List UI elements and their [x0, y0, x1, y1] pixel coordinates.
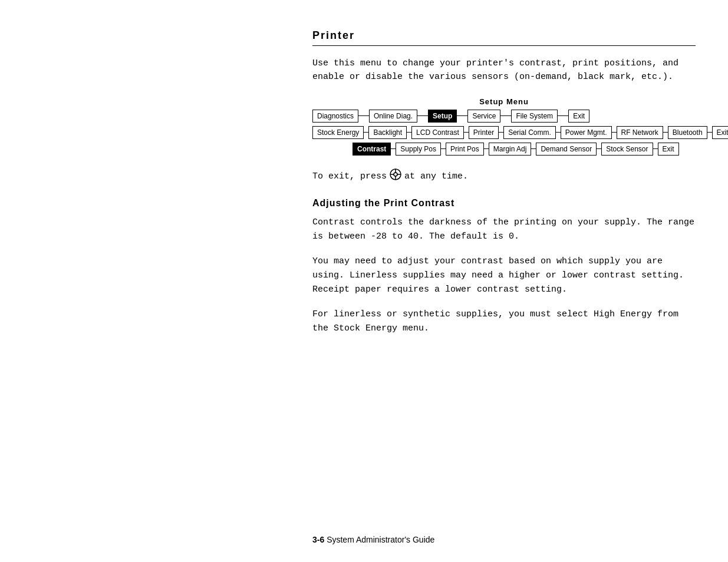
- connector: [441, 148, 446, 149]
- menu-item-file-system[interactable]: File System: [511, 110, 558, 123]
- connector: [531, 148, 536, 149]
- connector: [612, 132, 617, 133]
- home-icon: [390, 168, 401, 185]
- menu-item-print-pos[interactable]: Print Pos: [446, 143, 484, 156]
- paragraph-1: Contrast controls the darkness of the pr…: [312, 216, 696, 244]
- setup-menu-label: Setup Menu: [312, 97, 696, 106]
- menu-item-backlight[interactable]: Backlight: [368, 126, 407, 139]
- connector: [391, 148, 396, 149]
- menu-row-3: Contrast Supply Pos Print Pos Margin Adj…: [353, 143, 696, 156]
- menu-item-exit-2[interactable]: Exit: [712, 126, 728, 139]
- menu-diagram: Setup Menu Diagnostics Online Diag. Setu…: [312, 97, 696, 156]
- connector: [407, 132, 411, 133]
- connector: [500, 115, 511, 116]
- menu-item-margin-adj[interactable]: Margin Adj: [489, 143, 532, 156]
- intro-text: Use this menu to change your printer's c…: [312, 57, 696, 84]
- menu-item-lcd-contrast[interactable]: LCD Contrast: [411, 126, 464, 139]
- menu-item-bluetooth[interactable]: Bluetooth: [668, 126, 707, 139]
- connector: [364, 132, 368, 133]
- connector: [597, 148, 601, 149]
- menu-item-power-mgmt[interactable]: Power Mgmt.: [561, 126, 612, 139]
- menu-row-2: Stock Energy Backlight LCD Contrast Prin…: [312, 126, 696, 139]
- exit-suffix: at any time.: [404, 170, 468, 183]
- menu-item-rf-network[interactable]: RF Network: [617, 126, 663, 139]
- footer: 3-6 System Administrator's Guide: [0, 535, 728, 544]
- footer-guide-name: System Administrator's Guide: [327, 535, 434, 544]
- connector: [558, 115, 568, 116]
- page-title: Printer: [312, 29, 696, 46]
- svg-point-1: [394, 173, 397, 176]
- connector: [358, 115, 369, 116]
- footer-page-number: 3-6: [312, 535, 324, 544]
- connector: [499, 132, 503, 133]
- page-container: Printer Use this menu to change your pri…: [0, 0, 728, 370]
- menu-item-diagnostics[interactable]: Diagnostics: [312, 110, 358, 123]
- menu-item-printer[interactable]: Printer: [469, 126, 499, 139]
- menu-item-demand-sensor[interactable]: Demand Sensor: [536, 143, 597, 156]
- menu-item-contrast[interactable]: Contrast: [353, 143, 391, 156]
- connector: [484, 148, 489, 149]
- paragraph-3: For linerless or synthetic supplies, you…: [312, 308, 696, 336]
- connector: [653, 148, 658, 149]
- exit-instruction: To exit, press at any time.: [312, 168, 696, 185]
- menu-item-serial-comm[interactable]: Serial Comm.: [503, 126, 556, 139]
- menu-item-stock-sensor[interactable]: Stock Sensor: [601, 143, 653, 156]
- paragraph-2: You may need to adjust your contrast bas…: [312, 254, 696, 297]
- menu-item-stock-energy[interactable]: Stock Energy: [312, 126, 364, 139]
- connector: [464, 132, 469, 133]
- connector: [556, 132, 561, 133]
- menu-item-online-diag[interactable]: Online Diag.: [369, 110, 417, 123]
- menu-item-service[interactable]: Service: [467, 110, 500, 123]
- exit-prefix: To exit, press: [312, 170, 387, 183]
- menu-row-1: Diagnostics Online Diag. Setup Service F…: [312, 110, 696, 123]
- footer-text: 3-6 System Administrator's Guide: [312, 535, 434, 544]
- menu-item-supply-pos[interactable]: Supply Pos: [396, 143, 441, 156]
- menu-item-setup[interactable]: Setup: [428, 110, 457, 123]
- menu-item-exit-3[interactable]: Exit: [658, 143, 679, 156]
- menu-item-exit-1[interactable]: Exit: [568, 110, 589, 123]
- section-title: Adjusting the Print Contrast: [312, 198, 696, 209]
- connector: [417, 115, 428, 116]
- connector: [663, 132, 668, 133]
- content-area: Printer Use this menu to change your pri…: [312, 29, 696, 336]
- connector: [457, 115, 467, 116]
- connector: [707, 132, 712, 133]
